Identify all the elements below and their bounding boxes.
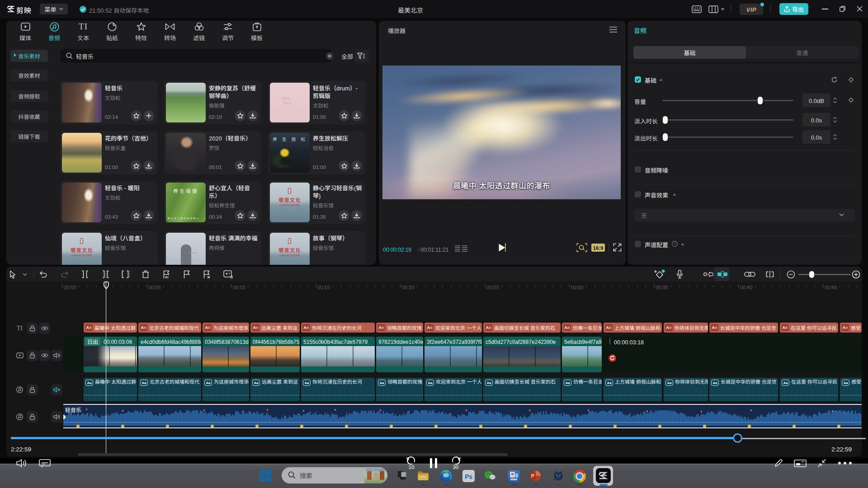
svg-text:30: 30 xyxy=(453,465,459,470)
svg-text:10: 10 xyxy=(409,465,415,470)
svg-text:?: ? xyxy=(674,241,676,246)
svg-text:AI: AI xyxy=(165,274,169,279)
